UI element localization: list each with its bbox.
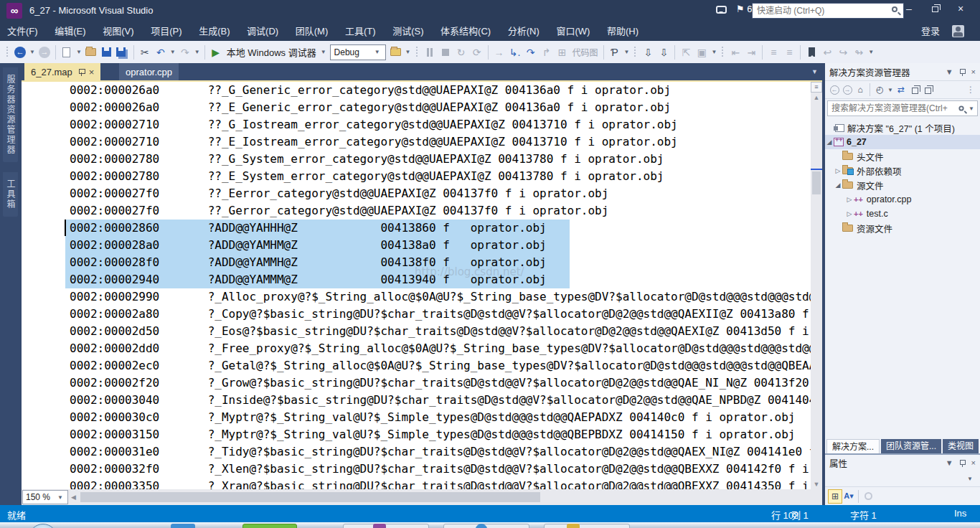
next-bookmark-button[interactable]: ↪ [836, 44, 850, 60]
search-options-dropdown-icon[interactable]: ▼ [969, 105, 974, 112]
taskbar-explorer-icon[interactable] [171, 524, 195, 528]
tab-solution-explorer[interactable]: 解决方案... [826, 439, 880, 453]
feedback-bubble-icon[interactable] [716, 6, 727, 14]
memory-window-button[interactable]: ▣ [694, 44, 709, 60]
save-all-button[interactable] [116, 44, 130, 60]
tab-oprator-cpp[interactable]: oprator.cpp [119, 63, 179, 80]
toolbar-grip[interactable] [721, 47, 725, 58]
sync-with-active-document-icon[interactable]: ⇄ [895, 82, 908, 97]
taskbar-app-window[interactable] [343, 524, 429, 528]
vertical-scrollbar[interactable]: ≡ ▲ ▼ [811, 82, 822, 489]
breakpoint-dropdown-icon[interactable]: ▼ [624, 49, 630, 55]
forward-button[interactable]: → [841, 82, 854, 97]
toolbar-grip[interactable] [415, 47, 419, 58]
close-tab-icon[interactable]: × [89, 67, 95, 77]
add-to-watch-button[interactable]: ⇩ [641, 44, 655, 60]
new-item-button[interactable] [60, 44, 74, 60]
splitter-handle[interactable]: ≡ [811, 82, 822, 93]
quick-launch-input[interactable] [753, 4, 880, 18]
stop-button[interactable] [438, 44, 453, 60]
taskbar-app-green-icon[interactable] [242, 524, 297, 528]
menu-edit[interactable]: 编辑(E) [47, 22, 93, 41]
pin-icon[interactable] [78, 68, 85, 76]
account-avatar-icon[interactable] [952, 25, 964, 37]
back-button[interactable]: ← [828, 82, 841, 97]
configuration-combobox[interactable]: Debug▼ [330, 44, 386, 60]
pending-changes-filter-button[interactable]: ◴ [873, 82, 886, 97]
tree-item-header-files[interactable]: 头文件 [825, 149, 980, 164]
scroll-down-icon[interactable]: ▼ [811, 481, 822, 488]
code-map-icon[interactable]: ⊞ [555, 44, 570, 60]
tree-item-project[interactable]: ◢ 6_27 [825, 135, 980, 149]
breakpoint-toggle-button[interactable]: Ƥ [608, 44, 622, 60]
attach-process-button[interactable]: ⇱ [679, 44, 693, 60]
scroll-left-icon[interactable]: ◀ [71, 494, 76, 501]
undo-dropdown-icon[interactable]: ▼ [170, 49, 176, 55]
horizontal-scrollbar[interactable] [79, 491, 821, 503]
step-into-button[interactable]: ↳. [508, 44, 522, 60]
properties-header[interactable]: 属性 ▼ × [825, 453, 980, 471]
categorized-view-icon[interactable]: ⊞ [828, 489, 842, 504]
tree-item-oprator-cpp[interactable]: ▷ ++ oprator.cpp [825, 192, 980, 207]
tab-class-view[interactable]: 类视图 [943, 439, 979, 453]
open-file-button[interactable] [84, 44, 98, 60]
menu-team[interactable]: 团队(M) [288, 22, 336, 41]
redo-dropdown-icon[interactable]: ▼ [194, 49, 200, 55]
menu-file[interactable]: 文件(F) [0, 22, 45, 41]
step-over-button[interactable]: ↷ [524, 44, 538, 60]
server-explorer-vertical-tab[interactable]: 服务器资源管理器 [3, 67, 18, 162]
uncomment-button[interactable]: ≡ [782, 44, 796, 60]
tree-item-source-files[interactable]: ◢ 源文件 [825, 178, 980, 192]
clear-bookmarks-button[interactable]: ↬ [852, 44, 866, 60]
comment-button[interactable]: ≡ [766, 44, 781, 60]
close-panel-icon[interactable]: × [971, 458, 976, 467]
menu-window[interactable]: 窗口(W) [549, 22, 597, 41]
expanded-arrow-icon[interactable]: ◢ [825, 138, 834, 146]
collapsed-arrow-icon[interactable]: ▷ [845, 210, 854, 217]
collapse-all-icon[interactable] [920, 82, 933, 97]
taskbar-app-purple-icon[interactable] [373, 524, 386, 528]
undo-button[interactable]: ↶ [154, 44, 168, 60]
zoom-combobox[interactable]: 150 %▼ [22, 490, 68, 504]
close-panel-icon[interactable]: × [971, 67, 976, 76]
properties-object-combobox[interactable]: ▼ [825, 471, 980, 486]
start-debug-icon[interactable]: ▶ [209, 44, 223, 60]
taskbar-app-window[interactable] [544, 524, 630, 528]
cut-icon[interactable]: ✂ [138, 44, 152, 60]
horizontal-scroll-thumb[interactable] [80, 492, 540, 502]
memory-dropdown-icon[interactable]: ▼ [711, 49, 717, 55]
filter-dropdown-icon[interactable]: ▼ [887, 87, 893, 93]
pause-button[interactable] [423, 44, 437, 60]
menu-architecture[interactable]: 体系结构(C) [433, 22, 498, 41]
tab-team-explorer[interactable]: 团队资源管... [881, 439, 941, 453]
step-out-button[interactable]: ↱ [540, 44, 554, 60]
menu-help[interactable]: 帮助(H) [600, 22, 646, 41]
alphabetical-sort-icon[interactable]: A▾ [842, 491, 855, 501]
toolbox-vertical-tab[interactable]: 工具箱 [3, 172, 18, 217]
solution-search-box[interactable]: ▼ [827, 100, 978, 116]
navigate-back-button[interactable]: ← [13, 44, 27, 60]
close-button[interactable]: × [950, 0, 971, 19]
quick-watch-button[interactable]: ⇩ [656, 44, 671, 60]
map-file-content[interactable]: 0002:000026a0 ??_G_Generic_error_categor… [22, 82, 811, 489]
restore-button[interactable] [924, 0, 946, 19]
prev-bookmark-button[interactable]: ↩ [820, 44, 834, 60]
redo-button[interactable]: ↷ [178, 44, 192, 60]
menu-debug[interactable]: 调试(D) [240, 22, 286, 41]
menu-tools[interactable]: 工具(T) [338, 22, 383, 41]
debug-target-label[interactable]: 本地 Windows 调试器 [227, 45, 316, 59]
tree-item-external-deps[interactable]: ▷ 外部依赖项 [825, 164, 980, 178]
new-item-dropdown-icon[interactable]: ▼ [76, 49, 82, 55]
toolbar-overflow-icon[interactable]: ▼ [868, 49, 874, 55]
quick-launch-box[interactable] [752, 3, 904, 19]
show-next-statement-button[interactable]: → [492, 44, 507, 60]
sign-in-link[interactable]: 登录 [921, 22, 940, 41]
home-icon[interactable]: ⌂ [854, 82, 867, 97]
indent-increase-button[interactable]: ⇥ [744, 44, 758, 60]
vertical-scroll-thumb[interactable] [812, 171, 821, 194]
menu-analyze[interactable]: 分析(N) [501, 22, 547, 41]
navigate-forward-button[interactable]: → [37, 44, 52, 60]
menu-test[interactable]: 测试(S) [385, 22, 430, 41]
tree-item-test-c[interactable]: ▷ ++ test.c [825, 207, 980, 221]
apply-code-changes-button[interactable]: ⟳ [470, 44, 484, 60]
